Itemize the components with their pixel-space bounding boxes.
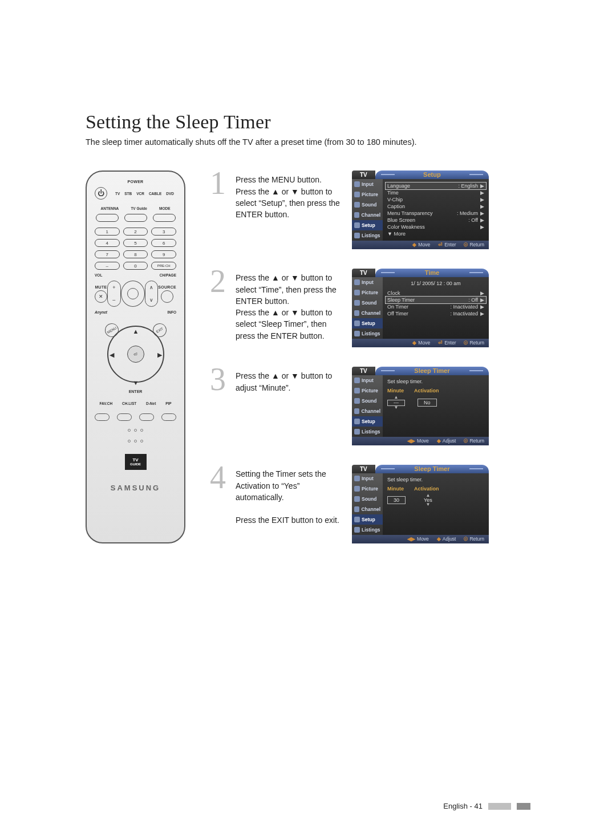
mute-button: ✕ [95,290,107,303]
osd-side-setup: Setup [352,220,383,230]
num-2: 2 [123,228,148,236]
num-8: 8 [123,250,148,258]
step-2: 2 Press the ▲ or ▼ button to select “Tim… [208,269,530,347]
osd-row: Language: English▶ [386,182,486,189]
osd-hint: ⏎Enter [438,242,456,248]
dev-dvd: DVD [166,192,174,196]
page-footer: English - 41 [443,802,530,810]
osd-side-sound: Sound [352,200,383,210]
num-5: 5 [123,239,148,247]
lbl-info: INFO [167,310,176,314]
num-prech: PRE-CH [151,262,176,270]
lbl-favch: FAV.CH [99,401,112,405]
enter-button: ⏎ [127,346,144,363]
osd-side-input: Input [352,375,383,385]
osd-side-listings: Listings [352,427,383,437]
osd-hint: ◆Move [412,242,430,248]
osd-side-sound: Sound [352,494,383,504]
lbl-enter: ENTER [129,389,143,393]
osd-main: Set sleep timer. MinuteActivation 30▲Yes… [383,473,489,535]
step-text: Press the MENU button.Press the ▲ or ▼ b… [236,171,344,249]
num-7: 7 [95,250,120,258]
osd-row: Clock▶ [387,290,484,297]
lbl-antenna: ANTENNA [101,206,119,210]
up-arrow-icon: ▲ [133,328,139,335]
osd-side-picture: Picture [352,385,383,396]
osd-title: Setup [375,171,489,179]
step-3: 3 Press the ▲ or ▼ button to adjust “Min… [208,367,530,445]
lbl-source: SOURCE [158,285,176,289]
left-arrow-icon: ◀ [110,351,114,359]
vol-rocker: +– [107,281,121,307]
dev-stb: STB [124,192,132,196]
osd-title: Time [375,269,489,277]
osd-tv-tab: TV [352,269,375,277]
osd-side-sound: Sound [352,298,383,308]
osd-footer: ◆Move⏎Enter⦾Return [352,339,489,347]
osd-row: Time▶ [387,189,484,196]
osd-row: Menu Transparency: Medium▶ [387,210,484,217]
osd-side-channel: Channel [352,406,383,416]
osd-row: Color Weakness▶ [387,224,484,230]
osd-hint: ◀▶Move [407,536,429,542]
minute-label: Minute [387,388,404,393]
osd-row: On Timer: Inactivated▶ [387,303,484,310]
right-arrow-icon: ▶ [157,351,162,359]
step-number: 1 [208,171,228,249]
lbl-mute: MUTE [95,285,107,289]
minute-label: Minute [387,486,404,492]
step-text: Setting the Timer sets the Activation to… [236,465,344,543]
osd-footer: ◆Move⏎Enter⦾Return [352,241,489,249]
osd-side-channel: Channel [352,504,383,514]
osd-side-menu: InputPictureSoundChannelSetupListings [352,375,383,437]
remote-control-illustration: POWER ⏻ TV STB VCR CABLE DVD ANTENNA TV … [86,171,185,543]
osd-title: Sleep Timer [375,465,489,473]
dpad: MENU EXIT ▲ ▼ ◀ ▶ ⏎ [102,320,170,388]
osd-panel: TVTime InputPictureSoundChannelSetupList… [352,269,489,347]
lbl-chlist: CH.LIST [122,401,136,405]
lbl-dnet: D-Net [146,401,156,405]
step-1: 1 Press the MENU button.Press the ▲ or ▼… [208,171,530,249]
osd-side-listings: Listings [352,525,383,535]
osd-tv-tab: TV [352,171,375,179]
osd-hint: ⦾Return [464,536,484,542]
osd-title: Sleep Timer [375,367,489,375]
osd-side-listings: Listings [352,230,383,241]
num-1: 1 [95,228,120,236]
power-button: ⏻ [95,187,107,200]
number-pad: 1 2 3 4 5 6 7 8 9 – 0 PRE-CH [95,228,176,270]
intro-text: The sleep timer automatically shuts off … [86,136,530,148]
center-round [121,281,145,307]
activation-label: Activation [414,388,439,393]
osd-side-menu: InputPictureSoundChannelSetupListings [352,473,383,535]
activation-spinner: ▲Yes▼ [418,494,438,506]
footer-lang: English [443,802,468,810]
osd-side-setup: Setup [352,514,383,525]
osd-side-channel: Channel [352,210,383,220]
dev-vcr: VCR [136,192,144,196]
osd-side-channel: Channel [352,308,383,318]
osd-side-setup: Setup [352,318,383,328]
osd-side-menu: InputPictureSoundChannelSetupListings [352,277,383,339]
osd-prompt: Set sleep timer. [387,379,484,384]
step-number: 3 [208,367,228,445]
lbl-tvguide: TV Guide [131,206,147,210]
lbl-mode: MODE [159,206,171,210]
osd-panel: TVSleep Timer InputPictureSoundChannelSe… [352,367,489,445]
osd-row: ▼ More [387,230,484,237]
source-button [161,290,173,303]
osd-side-picture: Picture [352,484,383,494]
osd-side-sound: Sound [352,396,383,406]
osd-main: Language: English▶Time▶V-Chip▶Caption▶Me… [383,179,489,241]
osd-hint: ⏎Enter [438,340,456,346]
osd-main: 1/ 1/ 2005/ 12 : 00 amClock▶Sleep Timer:… [383,277,489,339]
osd-hint: ⦾Return [464,438,484,444]
lbl-ch: CH/PAGE [160,273,176,277]
osd-side-setup: Setup [352,416,383,427]
num-dash: – [95,262,120,270]
osd-hint: ◆Adjust [437,438,456,444]
power-label: POWER [128,180,144,184]
dev-tv: TV [115,192,120,196]
osd-side-input: Input [352,277,383,287]
ch-rocker: ∧∨ [145,281,159,307]
